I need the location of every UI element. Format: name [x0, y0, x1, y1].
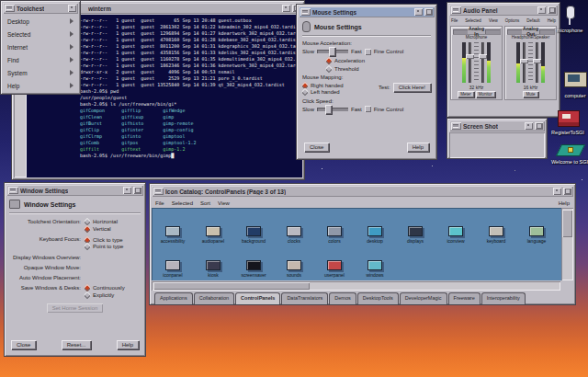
- fine-control-toggle[interactable]: [365, 49, 371, 55]
- fine-control-toggle[interactable]: [365, 106, 371, 112]
- desktop-icon-welcome[interactable]: Welcome to SGI: [551, 136, 588, 165]
- catalog-icon[interactable]: windows: [355, 244, 395, 278]
- minimize-button[interactable]: [537, 6, 546, 14]
- minimize-button[interactable]: [282, 5, 290, 12]
- slider-thumb[interactable]: [520, 59, 528, 63]
- slider-thumb[interactable]: [466, 54, 474, 59]
- toolchest-titlebar[interactable]: Toolchest: [3, 3, 78, 14]
- window-menu-button[interactable]: [300, 8, 311, 16]
- menu-item[interactable]: Options: [505, 18, 520, 23]
- desktop-icon-microphone[interactable]: microphone: [551, 5, 588, 33]
- catalog-icon[interactable]: audiopanel: [193, 210, 233, 244]
- catalog-icon[interactable]: language: [516, 210, 557, 244]
- minimize-button[interactable]: [553, 188, 561, 195]
- help-button[interactable]: Help: [407, 143, 429, 152]
- output-volume-slider-right[interactable]: [536, 42, 538, 83]
- catalog-icon[interactable]: kiosk: [193, 244, 233, 278]
- horizontal-scrollbar[interactable]: [152, 281, 560, 291]
- threshold-radio[interactable]: [325, 64, 333, 72]
- toolchest-menu-item[interactable]: Internet: [3, 40, 78, 53]
- help-button[interactable]: Help: [117, 340, 139, 349]
- audio-out-button[interactable]: Mute: [523, 91, 537, 97]
- catalog-tab[interactable]: DataTranslators: [281, 292, 328, 304]
- slider-thumb[interactable]: [329, 47, 335, 56]
- acceleration-radio[interactable]: [325, 56, 333, 63]
- maximize-button[interactable]: [535, 122, 543, 130]
- horizontal-scrollbar-thumb[interactable]: [153, 282, 310, 290]
- window-menu-button[interactable]: [5, 5, 15, 12]
- menu-item[interactable]: File: [155, 200, 164, 206]
- catalog-tab[interactable]: Freeware: [448, 292, 481, 304]
- point-to-type-radio[interactable]: [84, 243, 91, 250]
- vertical-scrollbar[interactable]: [561, 208, 573, 280]
- menu-item[interactable]: View: [218, 200, 230, 206]
- audio-in-button[interactable]: Meter: [458, 91, 474, 97]
- window-settings-titlebar[interactable]: Window Settings: [6, 185, 143, 196]
- maximize-button[interactable]: [424, 8, 433, 16]
- catalog-icon[interactable]: displays: [395, 210, 435, 244]
- catalog-tab[interactable]: ControlPanels: [235, 292, 280, 304]
- maximize-button[interactable]: [563, 188, 571, 195]
- menu-item[interactable]: Selected: [465, 18, 481, 23]
- minimize-button[interactable]: [525, 122, 533, 130]
- close-button[interactable]: Close: [11, 340, 36, 349]
- menu-item[interactable]: Sort: [200, 200, 210, 206]
- catalog-tab[interactable]: DeveloperMagic: [400, 292, 447, 304]
- menu-item[interactable]: Default: [526, 18, 539, 23]
- help-menu[interactable]: Help: [559, 200, 570, 206]
- click-here-button[interactable]: Click Here!: [393, 83, 431, 92]
- input-source-icon[interactable]: [453, 29, 468, 34]
- desktop-icon-computer[interactable]: computer: [557, 70, 588, 98]
- left-handed-radio[interactable]: [301, 88, 309, 96]
- catalog-tab[interactable]: Interoperability: [481, 292, 526, 304]
- slider-thumb[interactable]: [325, 105, 332, 114]
- vertical-radio[interactable]: [84, 224, 91, 232]
- toolchest-menu-item[interactable]: Desktop: [3, 15, 78, 28]
- catalog-icon[interactable]: desktop: [355, 210, 395, 244]
- acceleration-slider[interactable]: [317, 50, 348, 53]
- window-menu-button[interactable]: [451, 6, 461, 14]
- audio-in-button[interactable]: Monitor: [476, 91, 495, 97]
- output-source-icon[interactable]: [507, 29, 522, 34]
- catalog-icon[interactable]: accessibility: [153, 210, 193, 244]
- screen-shot-titlebar[interactable]: Screen Shot: [449, 120, 545, 131]
- minimize-button[interactable]: [68, 5, 76, 12]
- menu-item[interactable]: Selected: [172, 200, 193, 206]
- input-gain-slider-right[interactable]: [481, 42, 484, 83]
- minimize-button[interactable]: [414, 8, 423, 16]
- close-button[interactable]: Close: [304, 143, 329, 152]
- desktop-icon-register[interactable]: RegisterToSGI: [549, 107, 586, 135]
- catalog-tab[interactable]: DesktopTools: [357, 292, 399, 304]
- catalog-icon[interactable]: clocks: [274, 210, 314, 244]
- audio-panel-titlebar[interactable]: Audio Panel: [449, 5, 558, 16]
- catalog-icon[interactable]: userpanel: [314, 244, 355, 278]
- toolchest-menu-item[interactable]: Selected: [3, 28, 78, 40]
- maximize-button[interactable]: [133, 187, 141, 194]
- catalog-icon[interactable]: sounds: [274, 244, 314, 278]
- catalog-icon[interactable]: screensaver: [233, 244, 274, 278]
- window-menu-button[interactable]: [451, 122, 461, 130]
- slider-thumb[interactable]: [479, 54, 487, 59]
- toolchest-menu-item[interactable]: Help: [3, 79, 78, 92]
- input-gain-slider-left[interactable]: [469, 42, 471, 83]
- output-volume-slider-left[interactable]: [523, 42, 526, 83]
- icon-catalog-titlebar[interactable]: Icon Catalog: ControlPanels (Page 3 of 1…: [152, 186, 573, 197]
- catalog-icon[interactable]: iconview: [435, 210, 476, 244]
- window-menu-button[interactable]: [8, 187, 18, 194]
- catalog-icon[interactable]: keyboard: [476, 210, 516, 244]
- catalog-icon[interactable]: iconpanel: [153, 244, 193, 278]
- set-home-session-button[interactable]: Set Home Session: [47, 303, 104, 313]
- explicitly-radio[interactable]: [84, 291, 91, 298]
- catalog-icon[interactable]: background: [233, 210, 274, 244]
- vertical-scrollbar-thumb[interactable]: [562, 210, 572, 237]
- toolchest-menu-item[interactable]: Find: [3, 53, 78, 66]
- catalog-icon[interactable]: colors: [314, 210, 355, 244]
- catalog-tab[interactable]: Collaboration: [194, 292, 234, 304]
- catalog-tab[interactable]: Applications: [154, 292, 193, 304]
- catalog-tab[interactable]: Demos: [329, 292, 356, 304]
- menu-item[interactable]: View: [489, 18, 498, 23]
- toolchest-menu-item[interactable]: System: [3, 66, 78, 79]
- reset-button[interactable]: Reset...: [62, 340, 92, 349]
- menu-item[interactable]: File: [451, 18, 458, 23]
- mouse-settings-titlebar[interactable]: Mouse Settings: [299, 6, 435, 17]
